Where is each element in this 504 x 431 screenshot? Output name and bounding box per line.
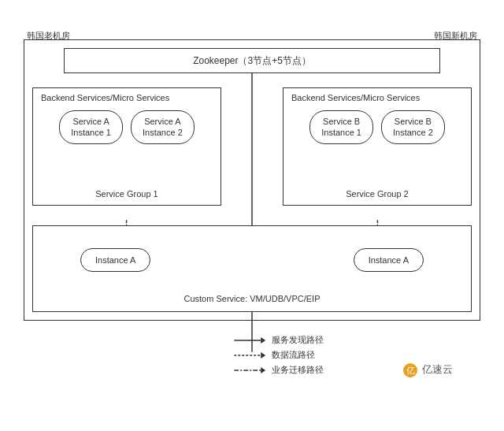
svg-marker-11 xyxy=(261,337,265,344)
legend-dashdot-arrow xyxy=(234,366,265,375)
backend-left-title: Backend Services/Micro Services xyxy=(41,93,169,102)
instance-a-right: Instance A xyxy=(354,248,424,272)
custom-service-label: Custom Service: VM/UDB/VPC/EIP xyxy=(33,294,471,303)
backend-left-box: Backend Services/Micro Services Service … xyxy=(32,87,221,206)
service-a-instance-2: Service A Instance 2 xyxy=(131,110,195,144)
legend-solid-arrow xyxy=(234,336,265,345)
legend: 服务发现路径 数据流路径 业务迁移路径 xyxy=(234,334,324,376)
svg-marker-13 xyxy=(261,352,265,359)
service-a-instance-1: Service A Instance 1 xyxy=(59,110,123,144)
legend-item-1: 服务发现路径 xyxy=(234,334,324,346)
backend-left-services: Service A Instance 1 Service A Instance … xyxy=(41,110,213,144)
legend-item-3: 业务迁移路径 xyxy=(234,364,324,376)
legend-item-2: 数据流路径 xyxy=(234,349,324,361)
zookeeper-label: Zookeeper（3节点+5节点） xyxy=(193,54,311,68)
instance-a-left: Instance A xyxy=(80,248,150,272)
service-group-1-label: Service Group 1 xyxy=(33,189,220,199)
svg-marker-15 xyxy=(261,367,265,373)
backend-right-services: Service B Instance 1 Service B Instance … xyxy=(291,110,463,144)
logo: 亿 亿速云 xyxy=(403,362,453,377)
backend-right-box: Backend Services/Micro Services Service … xyxy=(283,87,472,206)
service-b-instance-2: Service B Instance 2 xyxy=(381,110,445,144)
service-group-2-label: Service Group 2 xyxy=(284,189,471,199)
legend-dotted-arrow xyxy=(234,351,265,360)
service-b-instance-1: Service B Instance 1 xyxy=(309,110,373,144)
custom-service-box: Instance A Instance A Custom Service: VM… xyxy=(32,225,472,312)
legend-label-2: 数据流路径 xyxy=(272,349,315,361)
legend-label-3: 业务迁移路径 xyxy=(272,364,324,376)
logo-icon: 亿 xyxy=(403,363,417,377)
logo-text: 亿速云 xyxy=(422,363,453,375)
zookeeper-box: Zookeeper（3节点+5节点） xyxy=(64,48,440,73)
outer-box: Zookeeper（3节点+5节点） Backend Services/Micr… xyxy=(24,39,480,321)
main-container: 韩国老机房 韩国新机房 xyxy=(24,16,480,384)
backend-right-title: Backend Services/Micro Services xyxy=(291,93,420,102)
legend-label-1: 服务发现路径 xyxy=(272,334,324,346)
